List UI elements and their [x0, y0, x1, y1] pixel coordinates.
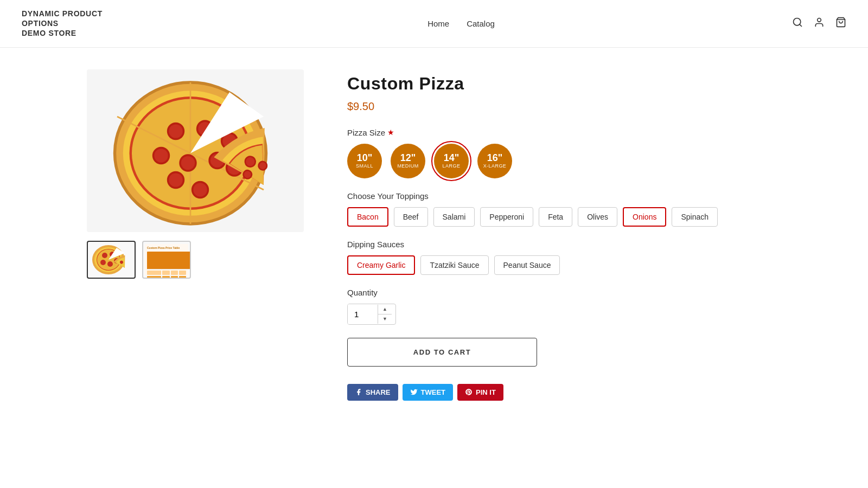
login-icon[interactable]	[814, 17, 825, 30]
nav-home[interactable]: Home	[427, 19, 449, 28]
size-btn-14[interactable]: 14" LARGE	[434, 144, 469, 178]
toppings-label: Choose Your Toppings	[347, 191, 781, 201]
product-details: Custom Pizza $9.50 Pizza Size ★ 10" SMAL…	[347, 69, 781, 401]
svg-point-43	[100, 260, 106, 265]
pinterest-share-label: PIN IT	[476, 388, 496, 396]
header-icons	[792, 17, 846, 30]
sauces-label: Dipping Sauces	[347, 240, 781, 249]
quantity-input-wrap: ▲ ▼	[347, 304, 396, 325]
quantity-label: Quantity	[347, 288, 781, 297]
quantity-input[interactable]	[348, 304, 378, 324]
topping-options: Bacon Beef Salami Pepperoni Feta Olives …	[347, 207, 781, 227]
pizza-size-section: Pizza Size ★ 10" SMALL 12" MEDIUM 14" LA…	[347, 128, 781, 178]
size-options: 10" SMALL 12" MEDIUM 14" LARGE 16" X-LAR…	[347, 144, 781, 178]
sauces-section: Dipping Sauces Creamy Garlic Tzatziki Sa…	[347, 240, 781, 275]
main-product-image	[87, 69, 304, 232]
sauce-tzatziki[interactable]: Tzatziki Sauce	[420, 255, 488, 275]
add-to-cart-button[interactable]: ADD TO CART	[347, 338, 537, 367]
product-title: Custom Pizza	[347, 74, 781, 94]
quantity-spinners: ▲ ▼	[378, 305, 392, 324]
thumbnail-table[interactable]: Custom Pizza Price Table	[142, 241, 191, 279]
size-btn-16[interactable]: 16" X-LARGE	[477, 144, 512, 178]
svg-point-26	[193, 183, 207, 196]
facebook-share-label: SHARE	[366, 388, 391, 396]
pinterest-share-button[interactable]: PIN IT	[457, 384, 503, 401]
svg-point-20	[181, 156, 195, 169]
quantity-section: Quantity ▲ ▼	[347, 288, 781, 325]
required-indicator: ★	[387, 128, 394, 137]
store-logo[interactable]: DYNAMIC PRODUCT OPTIONS DEMO STORE	[22, 9, 130, 38]
share-buttons: SHARE TWEET PIN IT	[347, 384, 781, 401]
pizza-size-label: Pizza Size ★	[347, 128, 781, 137]
topping-salami[interactable]: Salami	[433, 207, 475, 227]
sauce-creamy-garlic[interactable]: Creamy Garlic	[347, 255, 415, 275]
nav-catalog[interactable]: Catalog	[467, 19, 495, 28]
topping-spinach[interactable]: Spinach	[672, 207, 718, 227]
site-header: DYNAMIC PRODUCT OPTIONS DEMO STORE Home …	[0, 0, 868, 48]
topping-beef[interactable]: Beef	[394, 207, 428, 227]
size-btn-10[interactable]: 10" SMALL	[347, 144, 382, 178]
facebook-share-button[interactable]: SHARE	[347, 384, 398, 401]
product-price: $9.50	[347, 100, 781, 113]
svg-point-24	[169, 173, 182, 187]
cart-icon[interactable]	[835, 17, 846, 30]
size-btn-12[interactable]: 12" MEDIUM	[391, 144, 425, 178]
product-images: Custom Pizza Price Table	[87, 69, 315, 401]
sauce-peanut[interactable]: Peanut Sauce	[494, 255, 560, 275]
twitter-share-label: TWEET	[421, 388, 446, 396]
twitter-share-button[interactable]: TWEET	[403, 384, 454, 401]
quantity-decrement[interactable]: ▼	[378, 314, 392, 324]
main-content: Custom Pizza Price Table	[54, 48, 814, 422]
main-nav: Home Catalog	[427, 19, 495, 28]
thumbnail-pizza[interactable]	[87, 241, 136, 279]
topping-feta[interactable]: Feta	[539, 207, 572, 227]
toppings-section: Choose Your Toppings Bacon Beef Salami P…	[347, 191, 781, 227]
topping-olives[interactable]: Olives	[578, 207, 617, 227]
svg-point-44	[107, 261, 113, 267]
svg-point-2	[818, 18, 821, 22]
quantity-increment[interactable]: ▲	[378, 305, 392, 314]
svg-point-40	[102, 253, 107, 258]
product-thumbnails: Custom Pizza Price Table	[87, 241, 315, 279]
sauce-options: Creamy Garlic Tzatziki Sauce Peanut Sauc…	[347, 255, 781, 275]
svg-point-18	[154, 149, 168, 162]
svg-point-12	[169, 124, 182, 138]
topping-bacon[interactable]: Bacon	[347, 207, 388, 227]
topping-onions[interactable]: Onions	[623, 207, 666, 227]
svg-line-1	[800, 24, 802, 27]
topping-pepperoni[interactable]: Pepperoni	[480, 207, 533, 227]
search-icon[interactable]	[792, 17, 803, 30]
